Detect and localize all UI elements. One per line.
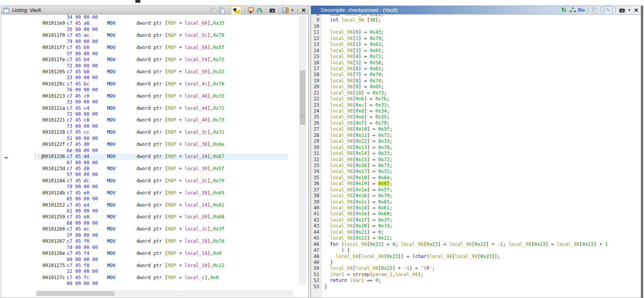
close-icon[interactable]: ✕	[300, 7, 307, 14]
listing-line[interactable]: 00101236c7 45 d4MOVdword ptr [RBP + loca…	[1, 154, 308, 160]
dropdown-arrow-icon[interactable]: ▾	[290, 7, 295, 14]
code-line[interactable]: 15 local_98[4] = 0x72;	[311, 54, 641, 60]
code-line[interactable]: 12 local_98[1] = 0x79;	[311, 36, 641, 42]
code-line[interactable]: 52 return iVar1 == 0;	[311, 278, 641, 283]
listing-line[interactable]: 00 00 00 00	[1, 257, 308, 263]
code-line[interactable]: 26 local_98[0xf] = 0x79;	[311, 120, 641, 126]
listing-line[interactable]: 00101244c7 45 dcMOVdword ptr [RBP + loca…	[1, 178, 308, 184]
code-line[interactable]: 42 local_98[0x1f] = 0x3f;	[311, 217, 641, 223]
close-icon[interactable]: ✕	[633, 7, 639, 14]
code-line[interactable]: 50 local_b8[local_98[0x22] + -1] = '\0';	[311, 265, 641, 271]
listing-horizontal-scrollbar[interactable]	[36, 291, 293, 296]
code-line[interactable]: 20 local_98[9] = 0x65;	[311, 84, 641, 90]
code-line[interactable]: 37 local_98[0x1a] = 0x5f;	[311, 187, 641, 193]
code-line[interactable]: 27 local_98[0x10] = 0x5f;	[311, 126, 641, 132]
code-line[interactable]: 17 local_98[6] = 0x62;	[311, 66, 641, 72]
code-line[interactable]: 19 local_98[8] = 0x74;	[311, 78, 641, 84]
listing-line[interactable]: 68 00 00 00	[1, 220, 308, 226]
code-line[interactable]: 44 local_98[0x21] = 0;	[311, 229, 641, 235]
listing-line[interactable]: 00101259c7 45 e8MOVdword ptr [RBP + loca…	[1, 214, 308, 220]
listing-line[interactable]: 00101228c7 45 ccMOVdword ptr [RBP + loca…	[1, 129, 308, 135]
listing-line[interactable]: 00101252c7 45 e4MOVdword ptr [RBP + loca…	[1, 202, 308, 208]
listing-vertical-scrollbar[interactable]	[299, 16, 306, 284]
decompile-window-header[interactable]: Cf Decompile: checkpasswd - (Vault) ↻Ro✎…	[311, 6, 641, 15]
code-line[interactable]: 43 local_98[0x20] = 0x7d;	[311, 223, 641, 229]
listing-line[interactable]: 001011fec7 45 b4MOVdword ptr [RBP + loca…	[1, 57, 308, 63]
code-line[interactable]: 40 local_98[0x1d] = 0x61;	[311, 205, 641, 211]
code-line[interactable]: 30 local_98[0x13] = 0x76;	[311, 145, 641, 151]
listing-line[interactable]: 0010127cc7 45 fcMOVdword ptr [RBP + loca…	[1, 275, 308, 281]
code-line[interactable]: 31 local_98[0x14] = 0x33;	[311, 151, 641, 156]
listing-line[interactable]: 0010124bc7 45 e0MOVdword ptr [RBP + loca…	[1, 190, 308, 196]
listing-line[interactable]: 22 00 00 00	[1, 269, 308, 274]
code-line[interactable]: 35 local_98[0x18] = 0x6e;	[311, 175, 641, 181]
code-line[interactable]: 24 local_98[0xd] = 0x34;	[311, 108, 641, 114]
dropdown-arrow-icon[interactable]: ▾	[627, 7, 631, 14]
listing-line[interactable]: 00 00 00 00	[1, 281, 308, 287]
field-format-icon[interactable]	[247, 7, 254, 14]
cursor-edit-icon[interactable]	[231, 6, 241, 15]
listing-line[interactable]: 3f 00 00 00	[1, 233, 308, 238]
listing-line[interactable]: 0010120cc7 45 bcMOVdword ptr [RBP + loca…	[1, 81, 308, 87]
code-line[interactable]: 38 local_98[0x1b] = 0x79;	[311, 193, 641, 199]
code-line[interactable]: 9 int local_98 [36];	[311, 17, 641, 23]
listing-line[interactable]: 61 00 00 00	[1, 208, 308, 214]
listing-line[interactable]: 34 00 00 00	[1, 15, 308, 20]
code-line[interactable]: 22 local_98[0xb] = 0x7b;	[311, 96, 641, 102]
listing-line[interactable]: 72 00 00 00	[1, 111, 308, 117]
listing-view[interactable]: 34 00 00 00001011e9c7 45 a8MOVdword ptr …	[1, 15, 308, 298]
listing-line[interactable]: 76 00 00 00	[1, 87, 308, 93]
listing-line[interactable]: 001011e9c7 45 a8MOVdword ptr [RBP + loca…	[1, 20, 308, 26]
listing-line[interactable]: 33 00 00 00	[1, 99, 308, 105]
listing-line[interactable]: 00101205c7 45 b8MOVdword ptr [RBP + loca…	[1, 69, 308, 75]
code-line[interactable]: 18 local_98[7] = 0x79;	[311, 72, 641, 78]
listing-line[interactable]: 00101267c7 45 f0MOVdword ptr [RBP + loca…	[1, 238, 308, 244]
listing-horizontal-scrollbar-thumb[interactable]	[37, 291, 114, 296]
code-line[interactable]: 13 local_98[2] = 0x62;	[311, 42, 641, 47]
code-line[interactable]: 21 local_98[10] = 0x73;	[311, 90, 641, 96]
code-line[interactable]: 45 local_98[0x22] = 0x22;	[311, 235, 641, 241]
listing-line[interactable]: 7d 00 00 00	[1, 245, 308, 251]
listing-line[interactable]: 33 00 00 00	[1, 75, 308, 81]
code-line[interactable]: 41 local_98[0x1e] = 0x68;	[311, 211, 641, 217]
code-line[interactable]: 36 local_98[0x19] = 0x67;	[311, 181, 641, 187]
snapshot-icon[interactable]	[269, 7, 276, 14]
listing-line[interactable]: 72 00 00 00	[1, 63, 308, 69]
ro-button[interactable]: Ro	[578, 7, 585, 14]
listing-line[interactable]: 00101221c7 45 c8MOVdword ptr [RBP + loca…	[1, 117, 308, 123]
code-line[interactable]: 16 local_98[5] = 0x58;	[311, 60, 641, 66]
code-line[interactable]: 14 local_98[3] = 0x65;	[311, 48, 641, 54]
paste-icon[interactable]	[218, 7, 225, 14]
code-line[interactable]: 47 ) {	[311, 247, 641, 253]
listing-line[interactable]: 73 00 00 00	[1, 124, 308, 129]
copy-icon[interactable]	[591, 7, 598, 14]
code-line[interactable]: 8 char local_b8 [32];	[311, 15, 641, 17]
display-options-icon[interactable]	[282, 7, 289, 14]
code-line[interactable]: 33 local_98[0x16] = 0x73;	[311, 163, 641, 169]
listing-line[interactable]: 35 00 00 00	[1, 27, 308, 33]
code-line[interactable]: 49 }	[311, 260, 641, 265]
code-line[interactable]: 51 iVar1 = strcmp(param_1,local_b8);	[311, 272, 641, 278]
code-line[interactable]: 11 local_98[0] = 0x43;	[311, 29, 641, 35]
listing-line[interactable]: 5f 00 00 00	[1, 51, 308, 57]
listing-line[interactable]: 65 00 00 00	[1, 196, 308, 202]
listing-line[interactable]: 67 00 00 00	[1, 160, 308, 166]
listing-line[interactable]: 5f 00 00 00	[1, 172, 308, 178]
listing-line[interactable]: 0010121ac7 45 c4MOVdword ptr [RBP + loca…	[1, 105, 308, 111]
refresh-icon[interactable]: ↻	[560, 7, 568, 14]
listing-line[interactable]: 79 00 00 00	[1, 184, 308, 190]
code-line[interactable]: 32 local_98[0x15] = 0x72;	[311, 157, 641, 163]
code-line[interactable]: 34 local_98[0x17] = 0x31;	[311, 169, 641, 174]
listing-line[interactable]: 0010123dc7 45 d8MOVdword ptr [RBP + loca…	[1, 166, 308, 172]
code-line[interactable]: 28 local_98[0x11] = 0x72;	[311, 133, 641, 138]
listing-line[interactable]: 001011f0c7 45 acMOVdword ptr [RBP + loca…	[1, 33, 308, 38]
copy-icon[interactable]	[209, 7, 216, 14]
listing-line[interactable]: 0010122fc7 45 d0MOVdword ptr [RBP + loca…	[1, 142, 308, 147]
edit-function-icon[interactable]: ✎	[604, 6, 613, 15]
listing-line[interactable]: 79 00 00 00	[1, 39, 308, 45]
call-graph-icon[interactable]	[569, 7, 576, 14]
code-line[interactable]: 39 local_98[0x1c] = 0x65;	[311, 199, 641, 205]
listing-line[interactable]: 001011f7c7 45 b0MOVdword ptr [RBP + loca…	[1, 45, 308, 51]
code-line[interactable]: 10	[311, 24, 641, 29]
code-line[interactable]: 23 local_98[0xc] = 0x33;	[311, 102, 641, 108]
